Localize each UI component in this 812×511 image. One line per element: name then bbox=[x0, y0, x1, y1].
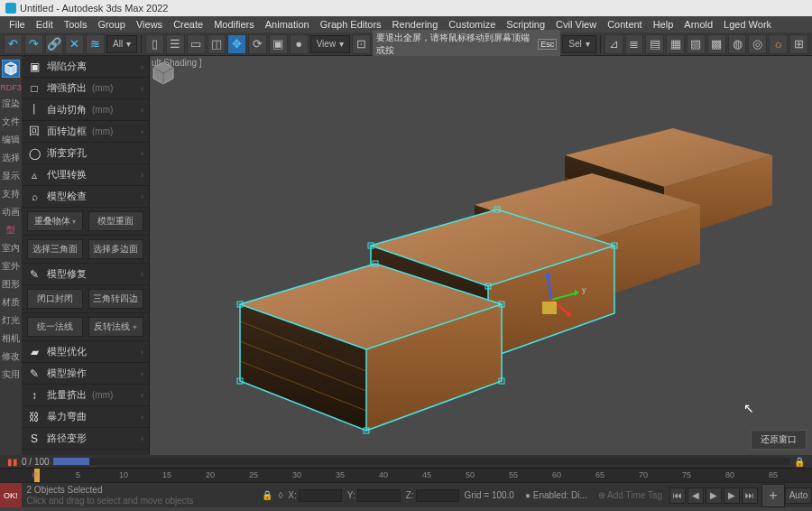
add-time-tag[interactable]: ⊕ Add Time Tag bbox=[598, 490, 662, 500]
tab-label[interactable]: RDF3 bbox=[0, 83, 22, 92]
tab-label[interactable]: 动画 bbox=[2, 206, 20, 218]
btn-tri-to-quad[interactable]: 三角转四边 bbox=[88, 289, 144, 309]
prev-frame-button[interactable]: ◀ bbox=[687, 488, 704, 504]
window-crossing-button[interactable]: ◫ bbox=[208, 34, 226, 54]
btn-select-tri[interactable]: 选择三角面 bbox=[27, 239, 83, 259]
btn-flip-normals[interactable]: 反转法线 bbox=[88, 317, 144, 337]
tab-label[interactable]: 相机 bbox=[2, 332, 20, 345]
tool-face-to-border[interactable]: 回面转边框(mm)› bbox=[22, 121, 149, 143]
btn-overlap-objects[interactable]: 重叠物体 bbox=[27, 211, 83, 231]
next-frame-button[interactable]: ▶ bbox=[724, 488, 740, 504]
menu-views[interactable]: Views bbox=[131, 19, 168, 30]
tool-enhanced-extrude[interactable]: □增强挤出(mm)› bbox=[22, 78, 149, 99]
btn-select-ngon[interactable]: 选择多边面 bbox=[88, 239, 144, 259]
tab-label[interactable]: 支持 bbox=[2, 188, 20, 200]
tool-gradient-perforate[interactable]: ◯渐变穿孔› bbox=[22, 143, 149, 164]
ref-coord-system[interactable]: View▾ bbox=[310, 35, 351, 53]
use-center-button[interactable]: ⊡ bbox=[352, 34, 371, 54]
tab-label[interactable]: 室外 bbox=[2, 260, 20, 273]
y-input[interactable] bbox=[357, 489, 401, 502]
curve-editor-button[interactable]: ▦ bbox=[666, 34, 685, 54]
render-prod-button[interactable]: ⊞ bbox=[789, 34, 808, 54]
reset-viewport-button[interactable]: 还原窗口 bbox=[751, 430, 807, 450]
tab-label[interactable]: 灯光 bbox=[2, 314, 20, 327]
tool-proxy-convert[interactable]: ▵代理转换› bbox=[22, 164, 149, 186]
tool-model-optimize[interactable]: ▰模型优化› bbox=[22, 341, 149, 363]
menu-file[interactable]: File bbox=[4, 19, 31, 30]
btn-unify-normals[interactable]: 统一法线 bbox=[27, 317, 83, 337]
menu-edit[interactable]: Edit bbox=[31, 19, 59, 30]
create-key-button[interactable]: + bbox=[761, 484, 785, 507]
move-button[interactable]: ✥ bbox=[227, 34, 246, 54]
play-button[interactable]: ▶ bbox=[706, 488, 722, 504]
tab-label[interactable]: 渲染 bbox=[2, 98, 20, 110]
schematic-button[interactable]: ▧ bbox=[687, 34, 706, 54]
mirror-button[interactable]: ⊿ bbox=[604, 34, 623, 54]
render-frame-button[interactable]: ◎ bbox=[748, 34, 767, 54]
bind-button[interactable]: ≋ bbox=[86, 34, 105, 54]
menu-group[interactable]: Group bbox=[92, 19, 131, 30]
menu-arnold[interactable]: Arnold bbox=[678, 19, 718, 30]
rotate-button[interactable]: ⟳ bbox=[248, 34, 267, 54]
tab-label[interactable]: 型 bbox=[6, 224, 15, 237]
menu-graph-editors[interactable]: Graph Editors bbox=[315, 19, 387, 30]
named-sel-set[interactable]: Sel▾ bbox=[562, 35, 595, 53]
tool-collapse-separate[interactable]: ▣塌陷分离› bbox=[22, 56, 149, 78]
tool-batch-extrude[interactable]: ↕批量挤出(mm)› bbox=[22, 385, 149, 406]
scale-button[interactable]: ▣ bbox=[269, 34, 288, 54]
menu-customize[interactable]: Customize bbox=[443, 19, 501, 30]
z-input[interactable] bbox=[416, 489, 459, 502]
select-region-button[interactable]: ▭ bbox=[187, 34, 206, 54]
align-button[interactable]: ≣ bbox=[625, 34, 644, 54]
timeline-ruler[interactable]: 0 5 10 15 20 25 30 35 40 45 50 55 60 65 … bbox=[0, 468, 812, 482]
select-button[interactable]: ▯ bbox=[145, 34, 164, 54]
tab-label[interactable]: 显示 bbox=[2, 170, 20, 182]
tab-label[interactable]: 实用 bbox=[2, 368, 20, 381]
menu-content[interactable]: Content bbox=[602, 19, 648, 30]
menu-cvil-view[interactable]: Cvil View bbox=[550, 19, 602, 30]
tool-model-repair[interactable]: ✎模型修复› bbox=[22, 264, 149, 285]
tab-label[interactable]: 室内 bbox=[2, 242, 20, 255]
select-name-button[interactable]: ☰ bbox=[166, 34, 185, 54]
tool-force-bend[interactable]: ⛓暴力弯曲› bbox=[22, 406, 149, 428]
tab-label[interactable]: 材质 bbox=[2, 296, 20, 309]
redo-button[interactable]: ↷ bbox=[24, 34, 43, 54]
tool-model-operate[interactable]: ✎模型操作› bbox=[22, 363, 149, 385]
menu-rendering[interactable]: Rendering bbox=[387, 19, 444, 30]
time-slider[interactable] bbox=[53, 458, 790, 465]
tool-model-check[interactable]: ⌕模型检查› bbox=[22, 186, 149, 208]
menu-help[interactable]: Help bbox=[648, 19, 679, 30]
goto-end-button[interactable]: ⏭ bbox=[742, 488, 758, 504]
link-button[interactable]: 🔗 bbox=[45, 34, 64, 54]
layers-button[interactable]: ▤ bbox=[645, 34, 664, 54]
menu-tools[interactable]: Tools bbox=[59, 19, 93, 30]
lock-sel-icon[interactable]: 🔒 bbox=[262, 490, 272, 500]
menu-scripting[interactable]: Scripting bbox=[501, 19, 550, 30]
goto-start-button[interactable]: ⏮ bbox=[669, 488, 686, 504]
btn-dup-faces[interactable]: 模型重面 bbox=[88, 211, 144, 231]
undo-button[interactable]: ↶ bbox=[4, 34, 23, 54]
tab-label[interactable]: 编辑 bbox=[2, 134, 20, 146]
perspective-viewport[interactable]: ult Shading ] bbox=[150, 56, 812, 455]
tab-label[interactable]: 选择 bbox=[2, 152, 20, 164]
tab-label[interactable]: 图形 bbox=[2, 278, 20, 291]
tab-label[interactable]: 文件 bbox=[2, 116, 20, 128]
menu-animation[interactable]: Animation bbox=[260, 19, 315, 30]
lock-icon[interactable]: 🔒 bbox=[794, 457, 805, 467]
x-input[interactable] bbox=[299, 489, 342, 502]
btn-cap-holes[interactable]: 闭口封闭 bbox=[27, 289, 83, 309]
menu-lged-work[interactable]: Lged Work bbox=[718, 19, 777, 30]
tool-path-deform[interactable]: S路径变形› bbox=[22, 428, 149, 450]
isolate-icon[interactable]: ◊ bbox=[278, 490, 282, 500]
placement-button[interactable]: ● bbox=[290, 34, 309, 54]
tool-surface-deform[interactable]: ⌇曲面变形› bbox=[22, 450, 149, 455]
auto-key-button[interactable]: Auto bbox=[785, 488, 812, 504]
unlink-button[interactable]: ✕ bbox=[65, 34, 84, 54]
menu-create[interactable]: Create bbox=[168, 19, 208, 30]
menu-modifiers[interactable]: Modifiers bbox=[208, 19, 260, 30]
tab-cube-icon[interactable] bbox=[2, 60, 20, 78]
ok-button[interactable]: OK! bbox=[0, 483, 22, 507]
render-button[interactable]: ☼ bbox=[769, 34, 788, 54]
selection-filter[interactable]: All▾ bbox=[106, 35, 137, 53]
tool-auto-chamfer[interactable]: 丨自动切角(mm)› bbox=[22, 99, 149, 121]
